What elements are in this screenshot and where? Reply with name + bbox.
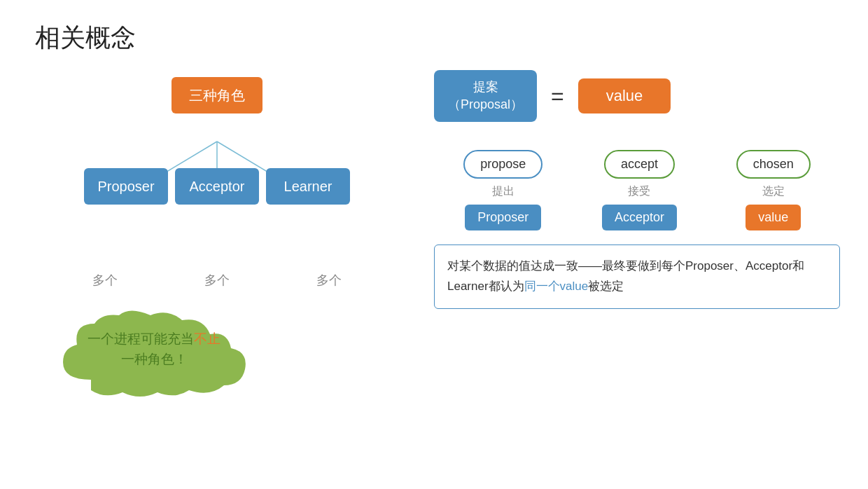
chosen-oval: chosen [736,150,811,179]
equals-sign: = [551,83,564,109]
cloud-text: 一个进程可能充当不止 一种角色！ [70,329,238,369]
value-box: value [578,78,671,113]
tree-diagram: 三种角色 Proposer Acceptor Learner [70,70,364,266]
cloud-shape: 一个进程可能充当不止 一种角色！ [35,310,273,401]
actions-section: propose 提出 Proposer accept 接受 Acceptor c… [434,150,840,230]
desc-highlight: 同一个value [524,280,589,293]
right-panel: 提案 （Proposal） = value propose 提出 Propose… [434,70,840,309]
proposal-row: 提案 （Proposal） = value [434,70,840,122]
acceptor-box: Acceptor [175,168,259,205]
action-chosen: chosen 选定 value [736,150,811,230]
sub-labels-row: 多个 多个 多个 [35,272,399,289]
propose-sub: 提出 [492,184,514,199]
root-role-box: 三种角色 [172,77,262,113]
action-accept: accept 接受 Acceptor [602,150,677,230]
propose-oval: propose [463,150,542,179]
acceptor-badge: Acceptor [602,205,677,230]
chosen-sub: 选定 [762,184,785,199]
description-box: 对某个数据的值达成一致——最终要做到每个Proposer、Acceptor和Le… [434,245,840,309]
proposer-box: Proposer [84,168,168,205]
accept-sub: 接受 [628,184,650,199]
sub-label-learner: 多个 [287,272,371,289]
desc-text-after: 被选定 [588,280,624,293]
sub-label-acceptor: 多个 [175,272,259,289]
value-badge: value [746,205,801,230]
desc-text-before: 对某个数据的值达成一致——最终要做到每个Proposer、Acceptor和Le… [447,259,804,293]
page-title: 相关概念 [35,21,136,55]
accept-oval: accept [604,150,675,179]
proposer-badge: Proposer [465,205,541,230]
action-propose: propose 提出 Proposer [463,150,542,230]
learner-box: Learner [266,168,350,205]
proposal-box: 提案 （Proposal） [434,70,537,122]
left-panel: 三种角色 Proposer Acceptor Learner 多个 多个 多个 … [35,70,399,401]
sub-label-proposer: 多个 [63,272,147,289]
